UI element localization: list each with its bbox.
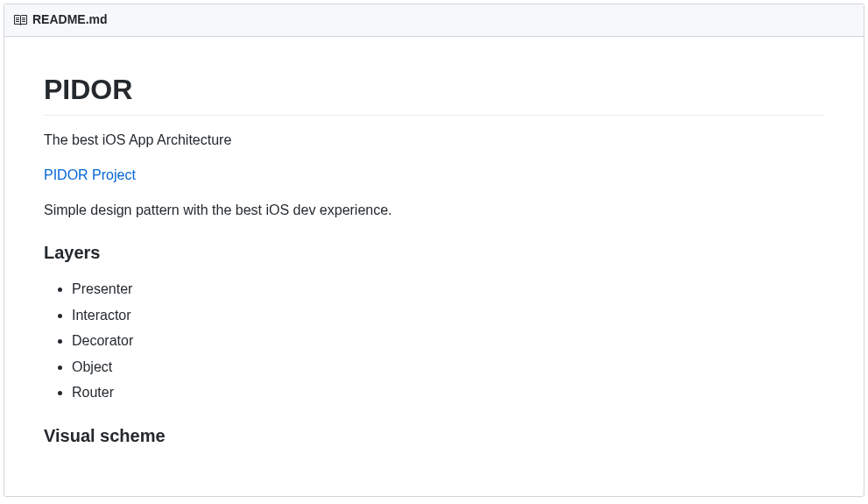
filename: README.md — [32, 12, 108, 27]
layers-list: Presenter Interactor Decorator Object Ro… — [44, 278, 824, 404]
list-item: Object — [72, 356, 824, 379]
project-link[interactable]: PIDOR Project — [44, 167, 136, 182]
list-item: Presenter — [72, 278, 824, 301]
list-item: Router — [72, 381, 824, 404]
list-item: Decorator — [72, 330, 824, 352]
project-link-wrapper: PIDOR Project — [44, 165, 824, 186]
list-item: Interactor — [72, 304, 824, 327]
page-title: PIDOR — [44, 72, 824, 116]
book-icon — [13, 13, 27, 27]
readme-box: README.md PIDOR The best iOS App Archite… — [4, 4, 864, 497]
description: Simple design pattern with the best iOS … — [44, 200, 824, 221]
visual-scheme-heading: Visual scheme — [44, 425, 824, 447]
layers-heading: Layers — [44, 242, 824, 264]
subtitle: The best iOS App Architecture — [44, 130, 824, 151]
markdown-body: PIDOR The best iOS App Architecture PIDO… — [4, 37, 864, 496]
box-header: README.md — [4, 4, 864, 37]
